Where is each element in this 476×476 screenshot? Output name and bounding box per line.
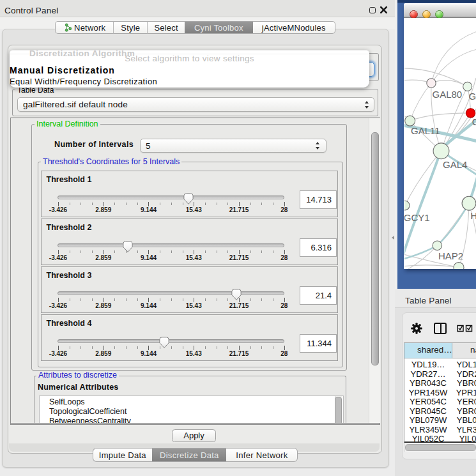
svg-text:GAL80: GAL80 bbox=[433, 89, 463, 100]
svg-text:C: C bbox=[472, 116, 476, 127]
svg-text:GAL11: GAL11 bbox=[411, 125, 440, 136]
svg-text:H: H bbox=[470, 210, 476, 221]
svg-text:GAL4: GAL4 bbox=[443, 159, 467, 170]
svg-text:GCY1: GCY1 bbox=[404, 212, 430, 223]
svg-text:HAP2: HAP2 bbox=[438, 250, 463, 261]
svg-text:GA: GA bbox=[468, 91, 476, 102]
